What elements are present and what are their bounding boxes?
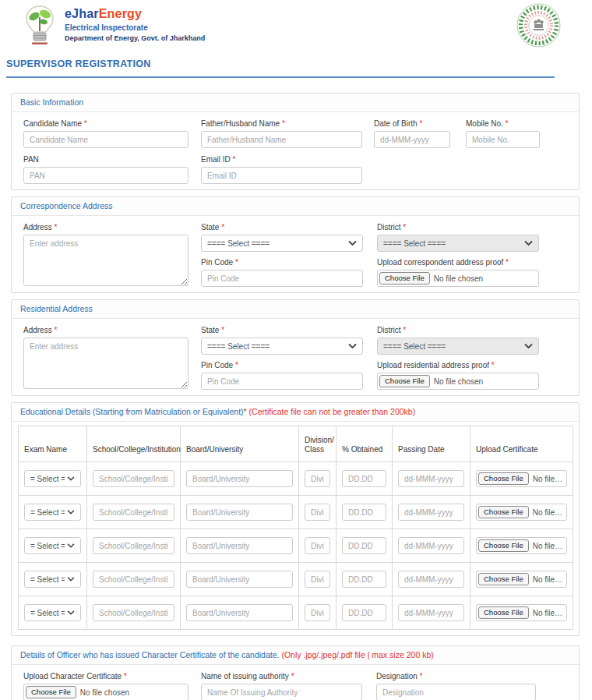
certificate-upload-filebox[interactable]: Choose FileNo file chosen	[476, 604, 567, 621]
section-basic-information: Basic Information Candidate Name * Fathe…	[11, 93, 580, 190]
correspondence-address-title: Correspondence Address	[12, 197, 579, 216]
percent-input[interactable]	[342, 604, 386, 621]
chevron-down-icon	[67, 510, 75, 514]
division-input[interactable]	[305, 470, 330, 487]
email-id-input[interactable]	[201, 167, 362, 184]
board-input[interactable]	[186, 504, 293, 521]
school-input[interactable]	[93, 470, 174, 487]
school-input[interactable]	[93, 504, 174, 521]
col-upload-certificate: Upload Certificate	[470, 426, 573, 462]
correspondence-state-select[interactable]: ==== Select ====	[201, 235, 363, 252]
certificate-file-status: No file chosen	[533, 609, 563, 617]
residential-choose-file-button[interactable]: Choose File	[379, 375, 430, 387]
certificate-choose-file-button[interactable]: Choose File	[478, 539, 529, 552]
school-input[interactable]	[93, 604, 174, 621]
certificate-upload-filebox[interactable]: Choose FileNo file chosen	[476, 470, 567, 487]
certificate-file-status: No file chosen	[533, 508, 563, 517]
residential-pincode-label: Pin Code *	[201, 361, 363, 369]
certificate-upload-filebox[interactable]: Choose FileNo file chosen	[476, 571, 567, 588]
education-table: Exam Name School/College/Institution Boa…	[18, 426, 573, 630]
certificate-choose-file-button[interactable]: Choose File	[478, 506, 529, 518]
character-certificate-filebox[interactable]: Choose File No file chosen	[23, 684, 189, 700]
section-educational-details: Educational Details (Starting from Matri…	[11, 402, 580, 636]
educational-details-note: (Certificate file can not be greater tha…	[249, 407, 416, 416]
education-row: = Select = Choose FileNo file chosen	[19, 529, 573, 563]
percent-input[interactable]	[342, 537, 386, 554]
division-input[interactable]	[305, 537, 330, 554]
residential-address-textarea[interactable]	[23, 338, 189, 389]
board-input[interactable]	[186, 571, 293, 588]
correspondence-choose-file-button[interactable]: Choose File	[379, 272, 430, 285]
email-id-label: Email ID *	[201, 155, 362, 164]
percent-input[interactable]	[342, 571, 386, 588]
correspondence-address-title-text: Correspondence Address	[20, 201, 113, 210]
certificate-file-status: No file chosen	[533, 475, 563, 483]
candidate-name-label: Candidate Name *	[23, 119, 189, 128]
percent-input[interactable]	[342, 504, 386, 521]
correspondence-upload-filebox[interactable]: Choose File No file chosen	[377, 270, 539, 287]
exam-name-select[interactable]: = Select =	[24, 571, 81, 588]
residential-address-title-text: Residential Address	[20, 304, 93, 313]
residential-upload-filebox[interactable]: Choose File No file chosen	[377, 373, 539, 390]
residential-address-label: Address *	[23, 326, 189, 334]
division-input[interactable]	[305, 604, 330, 621]
education-row: = Select = Choose FileNo file chosen	[19, 496, 573, 529]
mobile-no-label: Mobile No. *	[466, 119, 540, 128]
residential-state-select[interactable]: ==== Select ====	[201, 338, 363, 355]
board-input[interactable]	[186, 470, 293, 487]
col-exam-name: Exam Name	[19, 426, 87, 462]
certificate-upload-filebox[interactable]: Choose FileNo file chosen	[476, 504, 567, 521]
header: eJharEnergy Electrical Inspectorate Depa…	[0, 0, 592, 48]
passing-date-input[interactable]	[398, 537, 464, 554]
col-school: School/College/Institution	[87, 426, 181, 462]
passing-date-input[interactable]	[398, 604, 464, 621]
educational-details-title-text: Educational Details (Starting from Matri…	[20, 407, 244, 416]
residential-district-label: District *	[377, 326, 539, 334]
exam-name-select[interactable]: = Select =	[24, 537, 81, 554]
correspondence-address-textarea[interactable]	[23, 235, 189, 286]
chevron-down-icon	[67, 577, 75, 582]
passing-date-input[interactable]	[398, 470, 464, 487]
character-certificate-choose-file-button[interactable]: Choose File	[26, 686, 76, 698]
officer-section-title-text: Details of Officer who has issued Charac…	[20, 650, 279, 659]
division-input[interactable]	[305, 571, 330, 588]
correspondence-pincode-input[interactable]	[201, 270, 363, 287]
certificate-choose-file-button[interactable]: Choose File	[478, 606, 529, 619]
correspondence-district-select[interactable]: ==== Select ====	[377, 235, 539, 252]
col-percent-obtained: % Obtained	[337, 426, 393, 462]
education-row: = Select = Choose FileNo file chosen	[19, 596, 573, 630]
residential-pincode-input[interactable]	[201, 373, 363, 390]
certificate-choose-file-button[interactable]: Choose File	[478, 472, 529, 485]
father-husband-name-input[interactable]	[201, 131, 362, 148]
division-input[interactable]	[305, 504, 330, 521]
designation-input[interactable]	[376, 684, 536, 700]
exam-name-select[interactable]: = Select =	[24, 504, 81, 521]
mobile-no-input[interactable]	[466, 131, 540, 148]
residential-district-select[interactable]: ==== Select ====	[377, 338, 539, 355]
percent-input[interactable]	[342, 470, 386, 487]
board-input[interactable]	[186, 604, 293, 621]
board-input[interactable]	[186, 537, 293, 554]
exam-name-select[interactable]: = Select =	[24, 604, 81, 621]
chevron-down-icon	[348, 344, 357, 349]
issuing-authority-input[interactable]	[201, 684, 362, 700]
exam-name-select[interactable]: = Select =	[24, 470, 81, 487]
certificate-choose-file-button[interactable]: Choose File	[478, 573, 529, 585]
brand-subtitle-department: Department of Energy, Govt. of Jharkhand	[65, 34, 205, 42]
correspondence-district-value: ==== Select ====	[383, 239, 446, 248]
certificate-upload-filebox[interactable]: Choose FileNo file chosen	[476, 537, 567, 554]
pan-input[interactable]	[23, 167, 189, 184]
school-input[interactable]	[93, 537, 174, 554]
educational-details-title: Educational Details (Starting from Matri…	[12, 403, 579, 422]
candidate-name-input[interactable]	[23, 131, 189, 148]
passing-date-input[interactable]	[398, 504, 464, 521]
date-of-birth-input[interactable]	[374, 131, 450, 148]
school-input[interactable]	[93, 571, 174, 588]
chevron-down-icon	[524, 344, 533, 349]
character-certificate-upload-label: Upload Character Certificate *	[23, 672, 189, 681]
section-correspondence-address: Correspondence Address Address * State *…	[11, 196, 580, 293]
education-header-row: Exam Name School/College/Institution Boa…	[19, 426, 573, 462]
passing-date-input[interactable]	[398, 571, 464, 588]
title-divider	[6, 76, 555, 78]
col-passing-date: Passing Date	[393, 426, 470, 462]
